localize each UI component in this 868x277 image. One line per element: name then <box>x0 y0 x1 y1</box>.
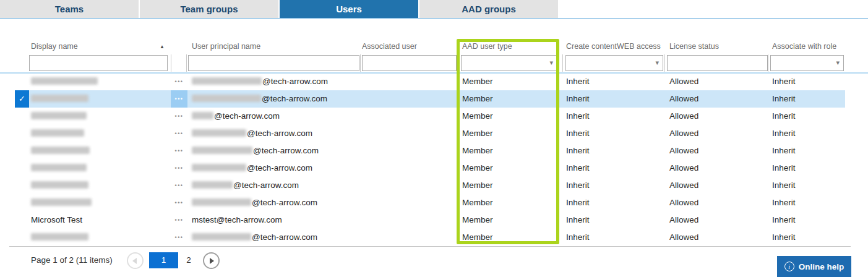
table-row[interactable]: ✓ ••• @tech-arrow.com Member Inherit All… <box>0 108 868 125</box>
license-status-cell: Allowed <box>669 142 765 160</box>
table-row[interactable]: ✓ ••• @tech-arrow.com Member Inherit All… <box>0 194 868 211</box>
row-menu-button[interactable]: ••• <box>171 73 187 90</box>
associated-user-filter-input[interactable] <box>362 55 457 71</box>
associated-user-cell <box>362 160 455 177</box>
next-page-button[interactable] <box>203 252 220 269</box>
online-help-label: Online help <box>799 262 844 271</box>
associate-role-cell: Inherit <box>772 194 846 211</box>
license-status-filter-input[interactable] <box>667 55 768 71</box>
column-header-associated-user[interactable]: Associated user <box>362 42 417 52</box>
previous-page-button[interactable] <box>127 252 144 269</box>
associated-user-cell <box>362 194 455 211</box>
dropdown-caret-icon: ▾ <box>549 59 553 67</box>
column-separator <box>562 54 563 72</box>
row-menu-button[interactable]: ••• <box>171 211 187 229</box>
display-name-cell <box>31 194 170 211</box>
associate-role-cell: Inherit <box>772 160 846 177</box>
dropdown-caret-icon: ▾ <box>655 59 659 67</box>
associated-user-cell <box>362 125 455 142</box>
tab-team-groups[interactable]: Team groups <box>140 0 278 18</box>
row-menu-button[interactable]: ••• <box>171 194 187 211</box>
upn-cell: @tech-arrow.com <box>192 125 359 142</box>
display-name-cell: Microsoft Test <box>31 211 170 229</box>
table-row[interactable]: ✓ ••• @tech-arrow.com Member Inherit All… <box>0 229 868 246</box>
column-header-license-status[interactable]: License status <box>669 42 719 52</box>
display-name-cell <box>31 142 170 160</box>
row-menu-button[interactable]: ••• <box>171 142 187 160</box>
display-name-cell <box>31 229 170 246</box>
aad-user-type-cell: Member <box>462 142 555 160</box>
row-menu-button[interactable]: ••• <box>171 125 187 142</box>
column-header-associate-with-role[interactable]: Associate with role <box>772 42 836 52</box>
row-menu-button[interactable]: ••• <box>171 229 187 246</box>
contentweb-access-cell: Inherit <box>566 90 665 108</box>
aad-user-type-filter-dropdown[interactable]: ▾ <box>461 55 557 71</box>
column-header-create-contentweb-access[interactable]: Create contentWEB access <box>566 42 661 52</box>
table-row[interactable]: ✓ ••• @tech-arrow.com Member Inherit All… <box>0 73 868 90</box>
user-principal-name-filter-input[interactable] <box>188 55 359 71</box>
users-admin-page: Teams Team groups Users AAD groups Displ… <box>0 0 868 277</box>
aad-user-type-cell: Member <box>462 194 555 211</box>
table-row[interactable]: ✓ ••• @tech-arrow.com Member Inherit All… <box>0 142 868 160</box>
upn-cell: mstest@tech-arrow.com <box>192 211 359 229</box>
contentweb-access-cell: Inherit <box>566 73 665 90</box>
checkmark-icon: ✓ <box>19 94 25 103</box>
display-name-filter-input[interactable] <box>29 55 168 71</box>
arrow-left-icon <box>132 258 137 264</box>
ellipsis-icon: ••• <box>175 79 184 85</box>
pagination-summary: Page 1 of 2 (11 items) <box>31 255 113 265</box>
column-separator <box>171 54 171 72</box>
aad-user-type-cell: Member <box>462 229 555 246</box>
column-separator <box>768 54 768 72</box>
associate-role-filter-dropdown[interactable]: ▾ <box>770 55 844 71</box>
license-status-cell: Allowed <box>669 177 765 194</box>
row-selected-checkbox[interactable]: ✓ <box>15 90 29 108</box>
associate-role-cell: Inherit <box>772 229 846 246</box>
aad-user-type-cell: Member <box>462 177 555 194</box>
associated-user-cell <box>362 229 455 246</box>
dropdown-caret-icon: ▾ <box>836 59 840 67</box>
license-status-cell: Allowed <box>669 229 765 246</box>
online-help-button[interactable]: i Online help <box>777 256 851 277</box>
column-header-aad-user-type[interactable]: AAD user type <box>462 42 512 52</box>
license-status-cell: Allowed <box>669 125 765 142</box>
column-separator <box>664 54 665 72</box>
table-row[interactable]: ✓ Microsoft Test ••• mstest@tech-arrow.c… <box>0 211 868 229</box>
table-row[interactable]: ✓ ••• @tech-arrow.com Member Inherit All… <box>0 125 868 142</box>
contentweb-access-cell: Inherit <box>566 194 665 211</box>
row-menu-button[interactable]: ••• <box>171 177 187 194</box>
table-row[interactable]: ✓ ••• @tech-arrow.com Member Inherit All… <box>0 160 868 177</box>
column-header-display-name[interactable]: Display name <box>31 42 78 52</box>
associated-user-cell <box>362 108 455 125</box>
tab-aad-groups[interactable]: AAD groups <box>419 0 558 18</box>
ellipsis-icon: ••• <box>175 148 184 154</box>
table-row[interactable]: ✓ ••• @tech-arrow.com Member Inherit All… <box>0 90 868 108</box>
contentweb-access-filter-dropdown[interactable]: ▾ <box>565 55 663 71</box>
display-name-cell <box>31 73 170 90</box>
upn-cell: @tech-arrow.com <box>192 73 359 90</box>
row-menu-button[interactable]: ••• <box>171 160 187 177</box>
tab-users[interactable]: Users <box>280 0 418 18</box>
page-button-2[interactable]: 2 <box>183 252 195 268</box>
upn-cell: @tech-arrow.com <box>192 108 359 125</box>
license-status-cell: Allowed <box>669 108 765 125</box>
tab-teams[interactable]: Teams <box>0 0 139 18</box>
ellipsis-icon: ••• <box>175 200 184 206</box>
page-button-1[interactable]: 1 <box>149 252 178 268</box>
column-header-user-principal-name[interactable]: User principal name <box>192 42 260 52</box>
display-name-cell <box>31 160 170 177</box>
aad-user-type-cell: Member <box>462 90 555 108</box>
upn-cell: @tech-arrow.com <box>192 142 359 160</box>
sort-ascending-icon[interactable]: ▲ <box>160 44 165 49</box>
license-status-cell: Allowed <box>669 90 765 108</box>
upn-cell: @tech-arrow.com <box>192 177 359 194</box>
upn-cell: @tech-arrow.com <box>192 229 359 246</box>
upn-cell: @tech-arrow.com <box>192 90 359 108</box>
ellipsis-icon: ••• <box>175 113 184 119</box>
contentweb-access-cell: Inherit <box>566 108 665 125</box>
arrow-right-icon <box>210 258 214 264</box>
contentweb-access-cell: Inherit <box>566 229 665 246</box>
row-menu-button[interactable]: ••• <box>171 90 187 108</box>
row-menu-button[interactable]: ••• <box>171 108 187 125</box>
table-row[interactable]: ✓ ••• @tech-arrow.com Member Inherit All… <box>0 177 868 194</box>
